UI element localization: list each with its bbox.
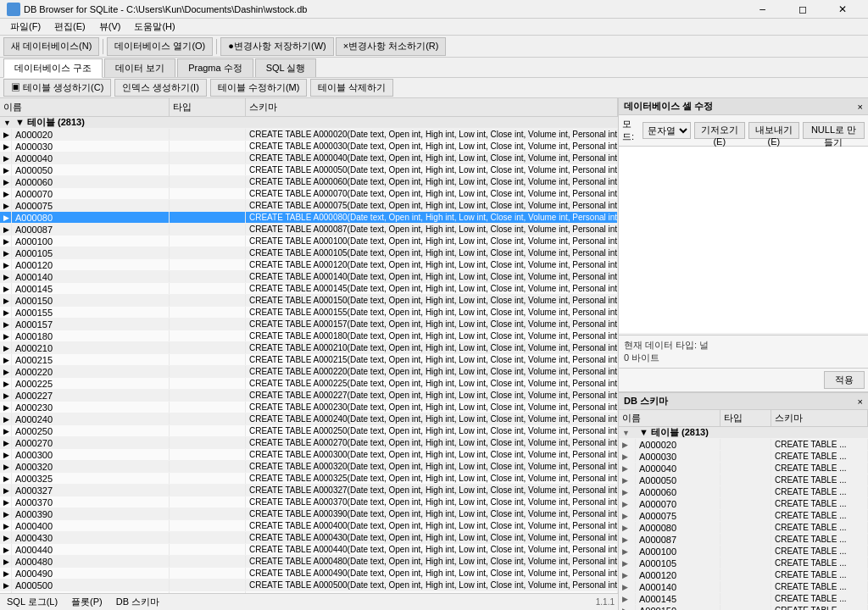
- table-row[interactable]: ▶ A000080 CREATE TABLE A000080(Date text…: [0, 212, 618, 224]
- table-row[interactable]: ▶ A000120 CREATE TABLE A000120(Date text…: [0, 259, 618, 271]
- tab-browse-data[interactable]: 데이터 보기: [104, 58, 175, 77]
- close-button[interactable]: ✕: [823, 0, 861, 19]
- menu-view[interactable]: 뷰(V): [92, 19, 128, 36]
- table-row[interactable]: ▶ A000050 CREATE TABLE A000050(Date text…: [0, 164, 618, 176]
- schema-row-type: [721, 463, 771, 474]
- schema-tables-parent-row[interactable]: ▼ ▼ 테이블 (2813): [619, 427, 868, 439]
- save-changes-button[interactable]: ●변경사항 저장하기(W): [220, 37, 333, 56]
- restore-button[interactable]: ◻: [783, 0, 821, 19]
- create-table-button[interactable]: ▣ 테이블 생성하기(C): [3, 79, 111, 97]
- schema-row-arrow: ▶: [619, 451, 636, 462]
- table-row[interactable]: ▶ A000480 CREATE TABLE A000480(Date text…: [0, 556, 618, 568]
- table-row[interactable]: ▶ A000020 CREATE TABLE A000020(Date text…: [0, 129, 618, 141]
- schema-row[interactable]: ▶ A000080 CREATE TABLE ...: [619, 522, 868, 534]
- table-row[interactable]: ▶ A000100 CREATE TABLE A000100(Date text…: [0, 236, 618, 247]
- delete-table-button[interactable]: 테이블 삭제하기: [310, 79, 393, 97]
- schema-row[interactable]: ▶ A000105 CREATE TABLE ...: [619, 557, 868, 569]
- row-name: A000500: [12, 580, 170, 591]
- create-index-button[interactable]: 인덱스 생성하기(I): [114, 79, 206, 97]
- table-row[interactable]: ▶ A000325 CREATE TABLE A000325(Date text…: [0, 473, 618, 485]
- table-row[interactable]: ▶ A000157 CREATE TABLE A000157(Date text…: [0, 319, 618, 330]
- apply-button[interactable]: 적용: [824, 371, 865, 389]
- table-row[interactable]: ▶ A000240 CREATE TABLE A000240(Date text…: [0, 413, 618, 425]
- table-row[interactable]: ▶ A000075 CREATE TABLE A000075(Date text…: [0, 200, 618, 212]
- table-row[interactable]: ▶ A000400 CREATE TABLE A000400(Date text…: [0, 520, 618, 532]
- open-database-button[interactable]: 데이터베이스 열기(O): [107, 37, 213, 56]
- tab-pragma[interactable]: Pragma 수정: [177, 58, 253, 77]
- table-row[interactable]: ▶ A000320 CREATE TABLE A000320(Date text…: [0, 461, 618, 473]
- schema-row[interactable]: ▶ A000145 CREATE TABLE ...: [619, 593, 868, 605]
- table-row[interactable]: ▶ A000440 CREATE TABLE A000440(Date text…: [0, 544, 618, 556]
- table-row[interactable]: ▶ A000210 CREATE TABLE A000210(Date text…: [0, 342, 618, 354]
- tab-sql[interactable]: SQL 실행: [255, 58, 317, 77]
- table-row[interactable]: ▶ A000215 CREATE TABLE A000215(Date text…: [0, 354, 618, 366]
- schema-col-header: 이름 타입 스키마: [619, 410, 868, 427]
- table-row[interactable]: ▶ A000500 CREATE TABLE A000500(Date text…: [0, 580, 618, 591]
- tables-parent-row[interactable]: ▼ ▼ 테이블 (2813): [0, 117, 618, 129]
- table-row[interactable]: ▶ A000300 CREATE TABLE A000300(Date text…: [0, 449, 618, 461]
- db-schema-tab[interactable]: DB 스키마: [113, 594, 163, 610]
- tab-db-structure[interactable]: 데이터베이스 구조: [3, 58, 103, 78]
- table-row[interactable]: ▶ A000270 CREATE TABLE A000270(Date text…: [0, 437, 618, 449]
- table-row[interactable]: ▶ A000140 CREATE TABLE A000140(Date text…: [0, 271, 618, 283]
- menu-help[interactable]: 도움말(H): [127, 19, 181, 36]
- revert-changes-button[interactable]: ×변경사항 처소하기(R): [336, 37, 447, 56]
- cell-edit-textarea[interactable]: [619, 147, 868, 333]
- mode-select[interactable]: 문자열: [643, 122, 691, 139]
- table-row[interactable]: ▶ A000145 CREATE TABLE A000145(Date text…: [0, 283, 618, 295]
- schema-row-schema: CREATE TABLE ...: [771, 593, 868, 604]
- minimize-button[interactable]: –: [743, 0, 782, 19]
- table-row[interactable]: ▶ A000087 CREATE TABLE A000087(Date text…: [0, 224, 618, 236]
- table-row[interactable]: ▶ A000490 CREATE TABLE A000490(Date text…: [0, 568, 618, 580]
- plot-tab[interactable]: 플롯(P): [68, 594, 106, 610]
- table-row[interactable]: ▶ A000155 CREATE TABLE A000155(Date text…: [0, 307, 618, 319]
- table-row[interactable]: ▶ A000105 CREATE TABLE A000105(Date text…: [0, 247, 618, 259]
- table-row[interactable]: ▶ A000225 CREATE TABLE A000225(Date text…: [0, 378, 618, 390]
- null-button[interactable]: NULL로 만들기: [803, 122, 865, 139]
- schema-row[interactable]: ▶ A000140 CREATE TABLE ...: [619, 581, 868, 593]
- schema-close[interactable]: ×: [858, 396, 863, 407]
- row-name: A000220: [12, 366, 170, 377]
- schema-row[interactable]: ▶ A000150 CREATE TABLE ...: [619, 605, 868, 610]
- table-row[interactable]: ▶ A000370 CREATE TABLE A000370(Date text…: [0, 496, 618, 508]
- schema-scroll[interactable]: ▼ ▼ 테이블 (2813) ▶ A000020 CREATE TABLE ..…: [619, 427, 868, 610]
- table-row[interactable]: ▶ A000150 CREATE TABLE A000150(Date text…: [0, 295, 618, 307]
- row-type: [170, 402, 246, 413]
- table-row[interactable]: ▶ A000390 CREATE TABLE A000390(Date text…: [0, 508, 618, 520]
- schema-row[interactable]: ▶ A000100 CREATE TABLE ...: [619, 546, 868, 557]
- menu-edit[interactable]: 편집(E): [47, 19, 92, 36]
- table-scroll[interactable]: ▼ ▼ 테이블 (2813) ▶ A000020 CREATE TABLE A0…: [0, 117, 618, 593]
- new-database-button[interactable]: 새 데이터베이스(N): [3, 37, 99, 56]
- table-row[interactable]: ▶ A000327 CREATE TABLE A000327(Date text…: [0, 485, 618, 496]
- schema-row[interactable]: ▶ A000030 CREATE TABLE ...: [619, 451, 868, 463]
- row-name: A000400: [12, 520, 170, 531]
- schema-row[interactable]: ▶ A000020 CREATE TABLE ...: [619, 439, 868, 451]
- menu-file[interactable]: 파일(F): [3, 19, 47, 36]
- schema-row[interactable]: ▶ A000040 CREATE TABLE ...: [619, 463, 868, 474]
- table-row[interactable]: ▶ A000030 CREATE TABLE A000030(Date text…: [0, 141, 618, 152]
- schema-row-schema: CREATE TABLE ...: [771, 474, 868, 485]
- table-row[interactable]: ▶ A000040 CREATE TABLE A000040(Date text…: [0, 152, 618, 164]
- fetch-button[interactable]: 기저오기(E): [694, 122, 745, 139]
- cell-editor-close[interactable]: ×: [858, 102, 863, 112]
- schema-row[interactable]: ▶ A000120 CREATE TABLE ...: [619, 569, 868, 581]
- row-name: A000370: [12, 496, 170, 507]
- modify-table-button[interactable]: 테이블 수정하기(M): [210, 79, 308, 97]
- table-row[interactable]: ▶ A000220 CREATE TABLE A000220(Date text…: [0, 366, 618, 378]
- table-row[interactable]: ▶ A000180 CREATE TABLE A000180(Date text…: [0, 330, 618, 342]
- sql-log-tab[interactable]: SQL 로그(L): [3, 594, 61, 610]
- schema-row[interactable]: ▶ A000087 CREATE TABLE ...: [619, 534, 868, 546]
- table-row[interactable]: ▶ A000070 CREATE TABLE A000070(Date text…: [0, 188, 618, 200]
- table-row[interactable]: ▶ A000430 CREATE TABLE A000430(Date text…: [0, 532, 618, 544]
- row-name: A000060: [12, 176, 170, 187]
- table-row[interactable]: ▶ A000227 CREATE TABLE A000227(Date text…: [0, 390, 618, 402]
- schema-row[interactable]: ▶ A000075 CREATE TABLE ...: [619, 510, 868, 522]
- schema-row[interactable]: ▶ A000050 CREATE TABLE ...: [619, 474, 868, 486]
- export-button[interactable]: 내보내기(E): [748, 122, 799, 139]
- schema-row[interactable]: ▶ A000060 CREATE TABLE ...: [619, 486, 868, 498]
- table-row[interactable]: ▶ A000060 CREATE TABLE A000060(Date text…: [0, 176, 618, 188]
- table-row[interactable]: ▶ A000250 CREATE TABLE A000250(Date text…: [0, 425, 618, 437]
- schema-row[interactable]: ▶ A000070 CREATE TABLE ...: [619, 498, 868, 510]
- row-arrow: ▶: [0, 247, 12, 258]
- table-row[interactable]: ▶ A000230 CREATE TABLE A000230(Date text…: [0, 402, 618, 413]
